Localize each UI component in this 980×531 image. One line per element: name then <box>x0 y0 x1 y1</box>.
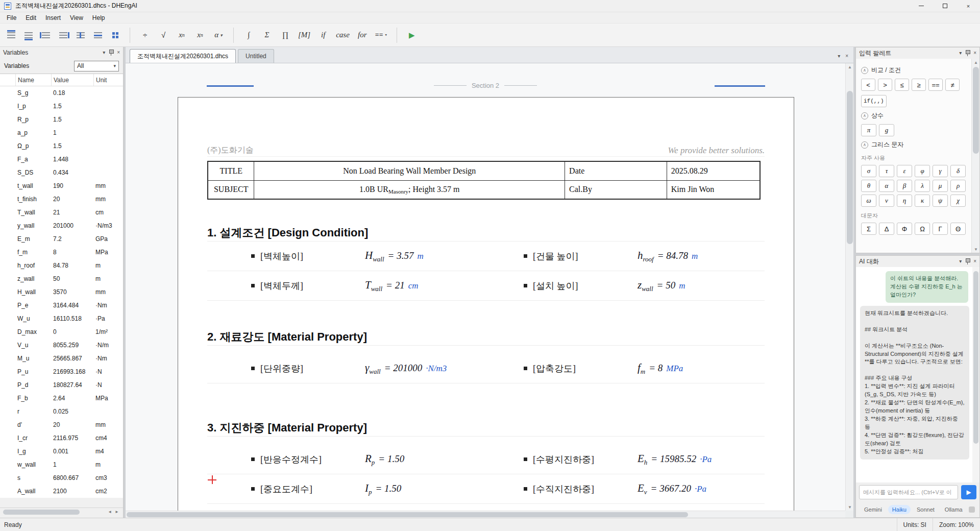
math-structure-button[interactable]: Σ <box>259 28 275 43</box>
constant-button[interactable]: π <box>861 124 876 136</box>
maximize-button[interactable] <box>933 0 957 12</box>
align-right-icon[interactable] <box>56 28 70 42</box>
worksheet-item[interactable]: [설치 높이] zwall= 50m <box>486 271 765 301</box>
scroll-right-icon[interactable]: ► <box>115 510 119 514</box>
worksheet-item[interactable]: [수평지진하중] Eh= 15985.52·Pa <box>486 445 765 474</box>
superscript-button[interactable]: xn <box>174 28 189 43</box>
run-button[interactable]: ▶ <box>404 28 420 43</box>
variable-row[interactable]: W_u 16110.518 ·Pa <box>0 312 123 325</box>
worksheet-item[interactable]: [수직지진하중] Ev= 3667.20·Pa <box>486 474 765 504</box>
model-button-haiku[interactable]: Haiku <box>888 505 911 514</box>
greek-letter-button[interactable]: τ <box>879 165 894 177</box>
scroll-down-icon[interactable]: ▼ <box>846 503 853 511</box>
constant-button[interactable]: g <box>879 124 894 136</box>
greek-capital-button[interactable]: Ω <box>915 223 930 235</box>
greek-letter-button[interactable]: β <box>897 180 912 192</box>
greek-letter-button[interactable]: ω <box>861 195 876 207</box>
align-left-icon[interactable] <box>39 28 53 42</box>
chat-vscrollbar[interactable] <box>972 267 979 482</box>
menu-item[interactable]: View <box>65 12 88 23</box>
variable-row[interactable]: E_m 7.2 GPa <box>0 232 123 246</box>
variable-row[interactable]: r 0.025 <box>0 405 123 418</box>
scrollbar-thumb[interactable] <box>973 67 979 154</box>
equals-dropdown-button[interactable]: ==▾ <box>373 28 389 43</box>
worksheet-item[interactable]: [벽체높이] Hwall= 3.57m <box>207 242 486 271</box>
minimize-button[interactable] <box>910 0 933 12</box>
scrollbar-thumb[interactable] <box>973 271 978 444</box>
scroll-left-icon[interactable]: ◄ <box>108 510 112 514</box>
variable-row[interactable]: y_wall 201000 ·N/m3 <box>0 219 123 232</box>
variable-row[interactable]: I_cr 2116.975 cm4 <box>0 431 123 445</box>
filter-select[interactable]: All ▾ <box>74 61 119 71</box>
palette-vscrollbar[interactable]: ▲ ▼ <box>971 59 979 253</box>
pin-icon[interactable] <box>965 258 970 264</box>
close-button[interactable]: × <box>957 0 980 12</box>
math-expression[interactable]: Eh= 15985.52·Pa <box>638 452 712 467</box>
greek-letter-button[interactable]: ψ <box>933 195 948 207</box>
math-expression[interactable]: Twall= 21cm <box>365 279 419 293</box>
worksheet-item[interactable]: [반응수정계수] Rp= 1.50 <box>207 445 486 474</box>
scrollbar-thumb[interactable] <box>847 91 853 244</box>
compare-operator-button[interactable]: == <box>928 79 943 91</box>
variable-row[interactable]: s 6800.667 cm3 <box>0 471 123 485</box>
variable-row[interactable]: d' 20 mm <box>0 418 123 431</box>
compare-operator-button[interactable]: ≠ <box>945 79 960 91</box>
variable-row[interactable]: D_max 0 1/m² <box>0 325 123 339</box>
math-structure-button[interactable]: ∏ <box>278 28 293 43</box>
compare-operator-button[interactable]: < <box>861 79 875 91</box>
compare-operator-button[interactable]: ≤ <box>895 79 909 91</box>
greek-letter-button[interactable]: γ <box>933 165 948 177</box>
math-expression[interactable]: Ev= 3667.20·Pa <box>638 482 706 496</box>
math-structure-button[interactable]: ∫ <box>241 28 256 43</box>
menu-item[interactable]: Insert <box>41 12 65 23</box>
greek-capital-button[interactable]: Γ <box>933 223 948 235</box>
greek-letter-button[interactable]: ρ <box>950 180 966 192</box>
menu-item[interactable]: Help <box>88 12 110 23</box>
column-header-value[interactable]: Value <box>51 74 93 86</box>
variable-row[interactable]: I_g 0.001 m4 <box>0 445 123 458</box>
variable-row[interactable]: f_m 8 MPa <box>0 246 123 259</box>
variable-row[interactable]: S_DS 0.434 <box>0 166 123 179</box>
variables-hscrollbar[interactable]: ◄ ► <box>0 508 123 516</box>
greek-dropdown-button[interactable]: α▾ <box>211 28 226 43</box>
scrollbar-thumb[interactable] <box>3 510 80 515</box>
greek-letter-button[interactable]: μ <box>933 180 948 192</box>
greek-capital-button[interactable]: Θ <box>950 223 966 235</box>
close-icon[interactable]: × <box>973 51 976 56</box>
palette-section-greek[interactable]: ∧ 그리스 문자 <box>861 140 966 149</box>
variable-row[interactable]: V_u 8055.259 ·N/m <box>0 339 123 352</box>
scroll-up-icon[interactable]: ▲ <box>972 59 980 66</box>
variable-row[interactable]: A_wall 2100 cm2 <box>0 485 123 498</box>
subscript-button[interactable]: xn <box>192 28 208 43</box>
model-button-sonnet[interactable]: Sonnet <box>913 505 939 514</box>
math-expression[interactable]: hroof= 84.78m <box>638 249 698 263</box>
column-header-unit[interactable]: Unit <box>93 74 123 86</box>
pin-icon[interactable] <box>109 50 113 56</box>
column-header-name[interactable]: Name <box>15 74 51 86</box>
math-operator-button[interactable]: √ <box>156 28 171 43</box>
close-icon[interactable]: × <box>973 259 976 264</box>
model-button-gemini[interactable]: Gemini <box>860 505 886 514</box>
math-expression[interactable]: fm= 8MPa <box>638 361 683 376</box>
greek-letter-button[interactable]: κ <box>915 195 930 207</box>
scroll-up-icon[interactable]: ▲ <box>846 63 853 70</box>
scroll-down-icon[interactable]: ▼ <box>972 246 980 253</box>
variable-row[interactable]: h_roof 84.78 m <box>0 259 123 272</box>
compare-operator-button[interactable]: ≥ <box>912 79 926 91</box>
chevron-down-icon[interactable]: ▾ <box>959 259 962 264</box>
worksheet-item[interactable]: [건물 높이] hroof= 84.78m <box>486 242 765 271</box>
palette-section-compare[interactable]: ∧ 비교 / 조건 <box>861 66 966 75</box>
chevron-down-icon[interactable]: ▾ <box>959 51 962 56</box>
close-icon[interactable]: × <box>117 50 120 55</box>
variable-row[interactable]: t_finish 20 mm <box>0 192 123 206</box>
greek-capital-button[interactable]: Φ <box>897 223 912 235</box>
pin-icon[interactable] <box>965 50 970 56</box>
worksheet-item[interactable]: [단위중량] γwall= 201000·N/m3 <box>207 354 486 383</box>
greek-letter-button[interactable]: ε <box>897 165 912 177</box>
greek-letter-button[interactable]: δ <box>950 165 966 177</box>
column-header[interactable] <box>0 74 15 86</box>
math-structure-button[interactable]: for <box>355 28 370 43</box>
math-structure-button[interactable]: [M] <box>296 28 312 43</box>
math-expression[interactable]: γwall= 201000·N/m3 <box>365 361 447 376</box>
greek-letter-button[interactable]: η <box>897 195 912 207</box>
